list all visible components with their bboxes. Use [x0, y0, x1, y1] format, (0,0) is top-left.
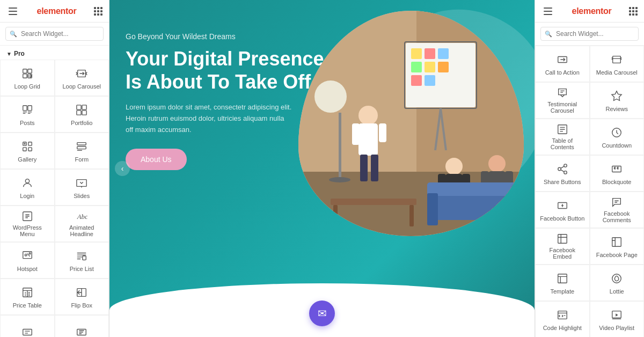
- svg-rect-26: [83, 256, 86, 260]
- svg-rect-43: [425, 75, 435, 86]
- widget-facebook-page[interactable]: Facebook Page: [590, 228, 645, 265]
- right-header: elementor: [535, 0, 644, 23]
- countdown-label: Countdown: [602, 142, 632, 149]
- widget-animated-headline[interactable]: Abc Animated Headline: [55, 206, 109, 242]
- svg-rect-13: [23, 148, 26, 151]
- widget-share-buttons[interactable]: Share Buttons: [535, 155, 590, 192]
- svg-rect-85: [558, 235, 567, 244]
- facebook-page-icon: [609, 235, 624, 250]
- widget-testimonial-carousel[interactable]: Testimonial Carousel: [535, 82, 590, 119]
- gallery-label: Gallery: [18, 156, 36, 163]
- call-to-action-icon: [555, 52, 570, 67]
- widget-video-playlist[interactable]: Video Playlist: [590, 301, 645, 337]
- widget-login[interactable]: Login: [0, 169, 55, 206]
- svg-point-60: [488, 155, 506, 172]
- widget-countdown[interactable]: Countdown: [590, 119, 645, 155]
- lottie-icon: [609, 271, 624, 286]
- widget-reviews[interactable]: Reviews: [590, 82, 645, 119]
- extra2-icon: [74, 325, 89, 337]
- widget-slides[interactable]: Slides: [55, 169, 109, 206]
- widget-lottie[interactable]: Lottie: [590, 265, 645, 301]
- testimonial-carousel-label: Testimonial Carousel: [540, 101, 585, 114]
- svg-rect-68: [427, 193, 438, 225]
- svg-rect-36: [411, 48, 422, 59]
- svg-rect-77: [613, 56, 621, 63]
- widget-table-of-contents[interactable]: Table of Contents: [535, 119, 590, 155]
- grid-apps-icon-right[interactable]: [629, 7, 638, 16]
- widget-facebook-button[interactable]: Facebook Button: [535, 192, 590, 228]
- svg-point-18: [25, 179, 29, 183]
- widget-flip-box[interactable]: Flip Box: [55, 279, 109, 315]
- svg-text:Abc: Abc: [77, 213, 87, 221]
- svg-rect-0: [23, 69, 27, 73]
- svg-rect-8: [82, 105, 86, 109]
- widget-price-list[interactable]: Price List: [55, 242, 109, 279]
- widget-call-to-action[interactable]: Call to Action: [535, 46, 590, 82]
- svg-point-88: [612, 274, 621, 283]
- loop-grid-icon: [20, 66, 35, 81]
- hero-body: Lorem ipsum dolor sit amet, consectetr a…: [126, 102, 327, 135]
- svg-point-80: [564, 164, 567, 167]
- svg-rect-86: [612, 238, 621, 247]
- lottie-label: Lottie: [610, 288, 624, 295]
- facebook-comments-icon: [609, 196, 624, 208]
- svg-rect-16: [77, 143, 86, 145]
- svg-rect-41: [438, 62, 449, 72]
- widget-facebook-embed[interactable]: Facebook Embed: [535, 228, 590, 265]
- widget-template[interactable]: Template: [535, 265, 590, 301]
- widget-code-highlight[interactable]: Code Highlight: [535, 301, 590, 337]
- svg-rect-2: [23, 74, 27, 78]
- code-highlight-icon: [555, 307, 570, 323]
- price-table-label: Price Table: [13, 302, 42, 309]
- widget-loop-carousel[interactable]: Loop Carousel: [55, 60, 109, 96]
- widget-posts[interactable]: Posts: [0, 96, 55, 133]
- svg-rect-87: [558, 274, 567, 283]
- hamburger-menu[interactable]: [6, 5, 19, 17]
- widget-form[interactable]: Form: [55, 133, 109, 169]
- price-list-icon: [74, 248, 89, 263]
- facebook-comments-label: Facebook Comments: [595, 210, 640, 223]
- login-label: Login: [20, 193, 34, 199]
- search-input-right[interactable]: [540, 27, 639, 41]
- grid-apps-icon[interactable]: [94, 7, 103, 16]
- code-highlight-label: Code Highlight: [543, 325, 582, 331]
- wordpress-menu-label: WordPress Menu: [5, 224, 50, 237]
- widget-media-carousel[interactable]: Media Carousel: [590, 46, 645, 82]
- search-input-left[interactable]: [5, 27, 104, 41]
- widget-wordpress-menu[interactable]: WordPress Menu: [0, 206, 55, 242]
- widget-hotspot[interactable]: Hotspot: [0, 242, 55, 279]
- svg-rect-17: [77, 146, 86, 149]
- login-icon: [20, 175, 35, 191]
- reviews-label: Reviews: [605, 106, 628, 112]
- elementor-logo-left: elementor: [37, 6, 77, 16]
- hamburger-menu-right[interactable]: [541, 5, 554, 17]
- template-label: Template: [550, 288, 574, 295]
- widget-price-table[interactable]: Price Table: [0, 279, 55, 315]
- floating-action-button[interactable]: ✉: [309, 301, 335, 326]
- svg-point-46: [358, 106, 378, 125]
- price-list-label: Price List: [70, 266, 94, 272]
- hotspot-label: Hotspot: [17, 266, 38, 272]
- svg-rect-67: [427, 182, 518, 196]
- widget-extra2[interactable]: [55, 315, 109, 337]
- widget-facebook-comments[interactable]: Facebook Comments: [590, 192, 645, 228]
- blockquote-label: Blockquote: [602, 179, 631, 185]
- portfolio-icon: [74, 102, 89, 118]
- widget-portfolio[interactable]: Portfolio: [55, 96, 109, 133]
- slides-icon: [74, 175, 89, 191]
- widget-blockquote[interactable]: Blockquote: [590, 155, 645, 192]
- widget-gallery[interactable]: Gallery: [0, 133, 55, 169]
- right-search-area: 🔍: [535, 23, 644, 46]
- about-us-button[interactable]: About Us: [126, 149, 187, 170]
- testimonial-carousel-icon: [555, 87, 570, 99]
- svg-point-15: [24, 143, 25, 144]
- widget-extra1[interactable]: [0, 315, 55, 337]
- pro-section-label: ▼ Pro: [0, 46, 109, 60]
- svg-point-70: [314, 80, 347, 113]
- left-arrow-button[interactable]: ‹: [115, 161, 130, 176]
- svg-rect-39: [411, 62, 422, 72]
- svg-rect-73: [331, 199, 416, 205]
- widget-loop-grid[interactable]: Loop Grid: [0, 60, 55, 96]
- form-icon: [74, 139, 89, 154]
- svg-rect-51: [371, 155, 378, 181]
